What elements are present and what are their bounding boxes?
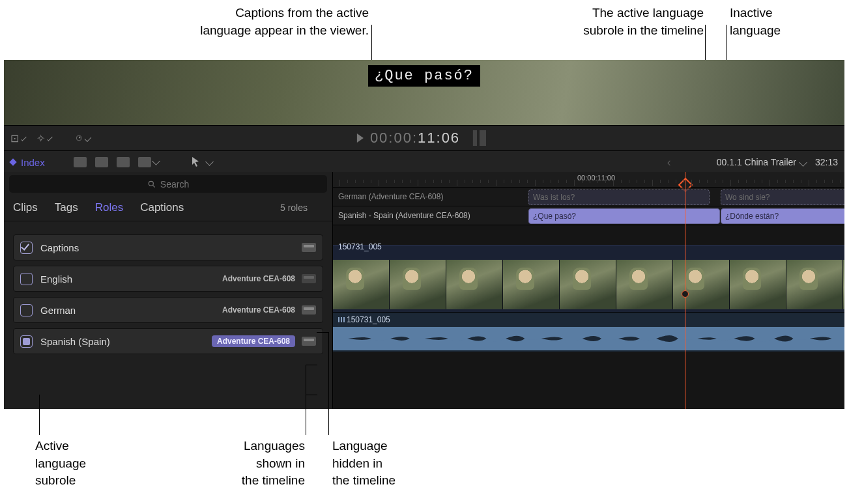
skimmer-dot-icon xyxy=(682,290,689,298)
thumbnail xyxy=(503,260,560,309)
thumbnail xyxy=(333,260,390,309)
timeline-index-sidebar: Search Clips Tags Roles Captions 5 roles… xyxy=(4,172,333,409)
callout-line xyxy=(39,395,40,435)
lane-toggle-icon[interactable] xyxy=(302,274,316,283)
thumbnail xyxy=(730,260,786,309)
callout-line xyxy=(328,332,329,435)
role-name: Captions xyxy=(40,242,302,253)
viewer: ¿Que pasó? xyxy=(4,60,844,125)
track-label: Spanish - Spain (Adventure CEA-608) xyxy=(338,206,470,225)
timecode-prefix: 00:00: xyxy=(370,130,418,147)
search-input[interactable]: Search xyxy=(9,175,327,193)
play-icon[interactable] xyxy=(357,133,364,143)
index-label: Index xyxy=(21,157,45,168)
index-tabs: Clips Tags Roles Captions 5 roles xyxy=(4,196,332,221)
role-name: English xyxy=(40,273,222,285)
audio-clip-name: 150731_005 xyxy=(338,315,390,324)
timeline[interactable]: 00:00:11:00 German (Adventure CEA-608) W… xyxy=(333,172,844,409)
checkbox-spanish-icon[interactable] xyxy=(20,335,33,348)
role-row-english[interactable]: English Adventure CEA-608 xyxy=(13,266,323,292)
role-subrole-badge: Adventure CEA-608 xyxy=(222,274,295,283)
thumbnail xyxy=(446,260,503,309)
thumbnail xyxy=(673,260,730,309)
index-button[interactable]: Index xyxy=(10,157,45,168)
thumbnail xyxy=(560,260,616,309)
caption-clip[interactable]: ¿Dónde están? xyxy=(721,208,844,224)
role-row-german[interactable]: German Adventure CEA-608 xyxy=(13,297,323,323)
role-name: German xyxy=(40,305,222,316)
lane-toggle-icon[interactable] xyxy=(302,337,316,346)
caption-clip[interactable]: Wo sind sie? xyxy=(721,189,844,205)
waveform-icon xyxy=(333,327,844,350)
role-subrole-badge: Adventure CEA-608 xyxy=(212,335,295,347)
timeline-ruler[interactable]: 00:00:11:00 xyxy=(333,172,844,188)
project-duration: 32:13 xyxy=(815,157,838,167)
role-row-captions[interactable]: Captions xyxy=(13,234,323,260)
tab-tags[interactable]: Tags xyxy=(55,201,78,214)
lane-toggle-icon[interactable] xyxy=(302,305,316,315)
timeline-history-back-icon[interactable]: ‹ xyxy=(667,156,671,169)
callout-line xyxy=(306,365,317,365)
retime-tool-icon[interactable] xyxy=(76,132,90,145)
tab-captions[interactable]: Captions xyxy=(140,201,184,214)
thumbnail xyxy=(390,260,446,309)
caption-track-german[interactable]: German (Adventure CEA-608) Was ist los? … xyxy=(333,188,844,206)
checkbox-english-icon[interactable] xyxy=(20,273,33,285)
thumbnail xyxy=(843,260,844,309)
appearance-icon-4[interactable] xyxy=(138,157,151,167)
appearance-icon-3[interactable] xyxy=(117,157,130,167)
timecode-bars-icon xyxy=(473,130,491,146)
lane-toggle-icon[interactable] xyxy=(302,243,316,252)
callout-inactive-language: Inactive language xyxy=(730,5,808,39)
chevron-down-icon[interactable] xyxy=(799,158,807,167)
thumbnail xyxy=(616,260,673,309)
callout-active-subrole: Active language subrole xyxy=(35,438,86,490)
project-name[interactable]: 00.1.1 China Trailer xyxy=(717,157,796,167)
role-subrole-badge: Adventure CEA-608 xyxy=(222,305,295,315)
index-diamond-icon xyxy=(9,158,16,165)
roles-count: 5 roles xyxy=(280,203,308,213)
role-row-spanish[interactable]: Spanish (Spain) Adventure CEA-608 xyxy=(13,328,323,354)
callout-active-subrole-timeline: The active language subrole in the timel… xyxy=(495,5,704,39)
app-window: ¿Que pasó? ⊡ ✧ 00:00: 11:06 Index ‹ xyxy=(4,60,844,409)
svg-point-1 xyxy=(149,181,153,186)
caption-overlay: ¿Que pasó? xyxy=(368,65,480,87)
trim-tool-icon[interactable]: ⊡ xyxy=(10,132,25,145)
toolbar-clip: ⊡ ✧ 00:00: 11:06 xyxy=(4,125,844,151)
caption-track-spanish[interactable]: Spanish - Spain (Adventure CEA-608) ¿Que… xyxy=(333,206,844,225)
callout-line xyxy=(317,332,328,333)
role-name: Spanish (Spain) xyxy=(40,336,212,347)
timecode-display[interactable]: 00:00: 11:06 xyxy=(357,130,491,147)
callout-viewer-caption: Captions from the active language appear… xyxy=(128,5,369,39)
checkbox-german-icon[interactable] xyxy=(20,304,33,316)
tab-clips[interactable]: Clips xyxy=(13,201,38,214)
tab-roles[interactable]: Roles xyxy=(95,201,123,214)
caption-clip[interactable]: ¿Que pasó? xyxy=(528,208,720,224)
appearance-icon-2[interactable] xyxy=(95,157,108,167)
caption-clip[interactable]: Was ist los? xyxy=(528,189,710,205)
thumbnail xyxy=(786,260,843,309)
search-placeholder: Search xyxy=(160,179,189,189)
video-track[interactable] xyxy=(333,245,844,312)
video-clip-name: 150731_005 xyxy=(338,242,382,251)
svg-line-2 xyxy=(153,185,155,187)
select-tool-icon[interactable] xyxy=(191,156,212,169)
callout-line xyxy=(306,365,306,435)
track-label: German (Adventure CEA-608) xyxy=(338,188,443,206)
callout-line xyxy=(306,395,317,395)
toolbar-timeline: Index ‹ 00.1.1 China Trailer 32:13 xyxy=(4,151,844,174)
ruler-tick-label: 00:00:11:00 xyxy=(577,174,615,182)
callout-hidden-in-timeline: Language hidden in the timeline xyxy=(332,438,430,490)
playhead-line[interactable] xyxy=(685,172,685,409)
timecode-current: 11:06 xyxy=(418,130,460,147)
search-icon xyxy=(147,180,156,189)
checkbox-captions-icon[interactable] xyxy=(20,242,33,254)
appearance-icon-1[interactable] xyxy=(74,157,87,167)
roles-list: Captions English Adventure CEA-608 Germa… xyxy=(4,221,332,359)
callout-shown-in-timeline: Languages shown in the timeline xyxy=(214,438,305,490)
audio-track[interactable]: 150731_005 xyxy=(333,312,844,352)
effects-tool-icon[interactable]: ✧ xyxy=(36,132,51,145)
